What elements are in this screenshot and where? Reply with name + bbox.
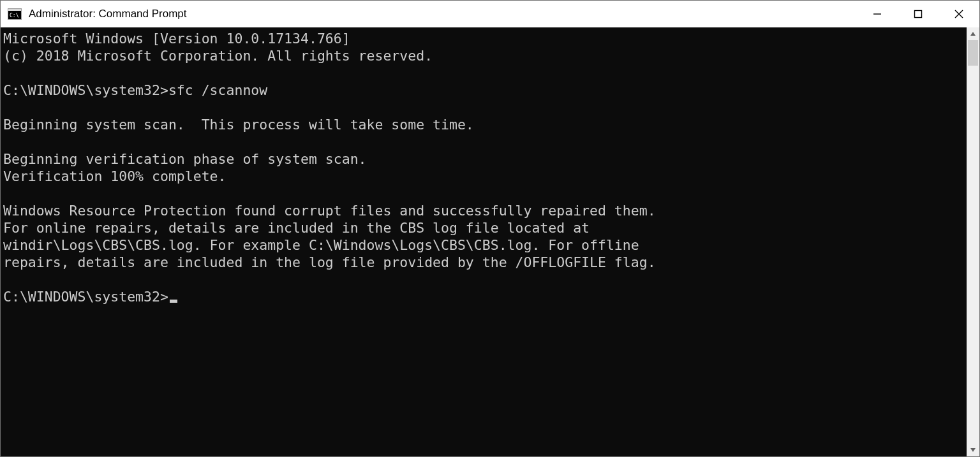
titlebar[interactable]: C:\ Administrator: Command Prompt (1, 1, 979, 27)
vertical-scrollbar[interactable] (967, 27, 979, 456)
scrollbar-thumb[interactable] (968, 40, 978, 66)
console-prompt: C:\WINDOWS\system32> (3, 289, 168, 305)
svg-marker-9 (970, 448, 976, 452)
minimize-button[interactable] (857, 1, 898, 27)
window-controls (857, 1, 979, 27)
scroll-down-arrow-icon[interactable] (967, 444, 979, 456)
console-output[interactable]: Microsoft Windows [Version 10.0.17134.76… (1, 27, 967, 456)
svg-text:C:\: C:\ (10, 13, 19, 18)
cmd-icon: C:\ (7, 6, 22, 22)
maximize-button[interactable] (898, 1, 939, 27)
window-title: Administrator: Command Prompt (29, 8, 857, 20)
svg-rect-5 (915, 11, 922, 18)
command-prompt-window: C:\ Administrator: Command Prompt Micros… (0, 0, 980, 457)
client-area: Microsoft Windows [Version 10.0.17134.76… (1, 27, 979, 456)
console-history: Microsoft Windows [Version 10.0.17134.76… (3, 31, 656, 270)
scroll-up-arrow-icon[interactable] (967, 27, 979, 40)
svg-marker-8 (970, 32, 976, 36)
console-cursor (170, 300, 177, 303)
close-button[interactable] (939, 1, 979, 27)
